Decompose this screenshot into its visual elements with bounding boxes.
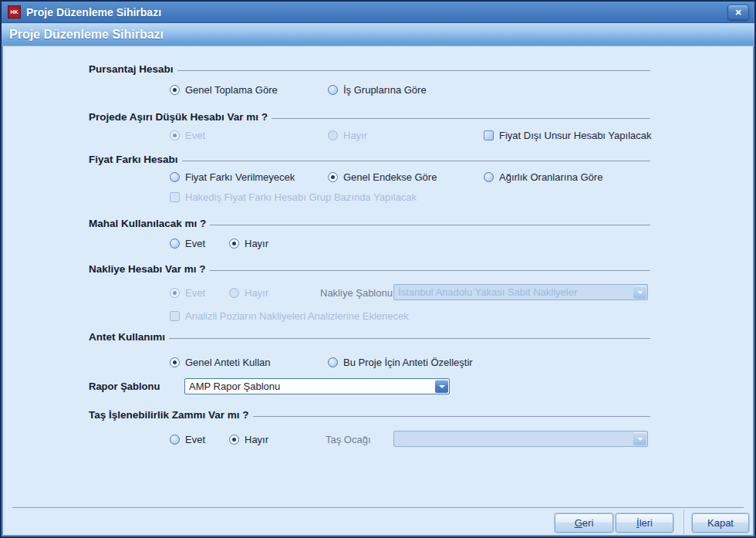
radio-asiri-hayir: Hayır	[328, 129, 367, 141]
tas-ocagi-label: Taş Ocağı	[326, 434, 371, 445]
section-rule	[253, 409, 650, 417]
radio-nakliye-hayir: Hayır	[229, 284, 268, 301]
nakliye-sablonu-label-wrap: Nakliye Şablonu	[320, 284, 393, 301]
radio-label: Genel Endekse Göre	[343, 171, 437, 183]
radio-asiri-evet: Evet	[170, 129, 205, 141]
nakliye-sablonu-label: Nakliye Şablonu	[320, 287, 393, 299]
section-fiyat-farki-title: Fiyat Farkı Hesabı	[89, 154, 650, 166]
checkbox-analizli-pozlar: Analizli Pozların Nakliyeleri Analizleri…	[170, 310, 409, 322]
nakliye-options-row: Evet Hayır Nakliye Şablonu İstanbul Anad…	[2, 284, 754, 301]
radio-mahal-evet[interactable]: Evet	[170, 237, 205, 249]
radio-icon	[328, 357, 338, 367]
rapor-sablonu-select[interactable]: AMP Rapor Şablonu	[184, 378, 450, 394]
radio-agirlik-oranlarina-gore[interactable]: Ağırlık Oranlarına Göre	[484, 171, 602, 183]
checkbox-label: Analizli Pozların Nakliyeleri Analizleri…	[185, 310, 409, 322]
chevron-down-icon	[633, 432, 646, 445]
radio-genel-anteti-kullan[interactable]: Genel Anteti Kullan	[170, 356, 271, 368]
tas-ocagi-label-wrap: Taş Ocağı	[326, 431, 371, 448]
window-title: Proje Düzenleme Sihirbazı	[26, 6, 161, 19]
section-pursantaj-title: Pursantaj Hesabı	[89, 63, 650, 76]
pursantaj-options-row: Genel Toplama Göre İş Gruplarına Göre	[2, 83, 754, 96]
radio-selected-icon	[170, 130, 180, 140]
radio-tas-hayir[interactable]: Hayır	[229, 431, 268, 448]
checkbox-hakedis-grup-bazinda: Hakediş Fiyat Farkı Hesabı Grup Bazında …	[170, 191, 417, 203]
radio-label: Evet	[185, 238, 205, 249]
nakliye-checkbox-row: Analizli Pozların Nakliyeleri Analizleri…	[2, 310, 754, 322]
section-label: Mahal Kullanılacak mı ?	[89, 218, 206, 229]
radio-label: Evet	[185, 287, 205, 299]
titlebar: HK Proje Düzenleme Sihirbazı ✕	[2, 2, 754, 23]
nakliye-sablonu-value: İstanbul Anadolu Yakası Sabit Nakliyeler	[398, 286, 577, 298]
tas-options-row: Evet Hayır Taş Ocağı	[2, 431, 754, 448]
tas-ocagi-select	[393, 431, 648, 447]
section-rule	[169, 331, 650, 339]
section-label: Fiyat Farkı Hesabı	[89, 154, 178, 165]
section-mahal-title: Mahal Kullanılacak mı ?	[89, 218, 650, 230]
radio-nakliye-evet: Evet	[170, 284, 205, 301]
checkbox-label: Hakediş Fiyat Farkı Hesabı Grup Bazında …	[185, 191, 417, 203]
antet-options-row: Genel Anteti Kullan Bu Proje İçin Anteti…	[2, 356, 754, 368]
page-title: Proje Düzenleme Sihirbazı	[9, 28, 164, 42]
radio-icon	[328, 130, 338, 140]
radio-anteti-ozellestir[interactable]: Bu Proje İçin Anteti Özelleştir	[328, 356, 473, 368]
section-label: Antet Kullanımı	[89, 331, 165, 343]
radio-icon	[170, 172, 180, 182]
radio-mahal-hayir[interactable]: Hayır	[229, 237, 268, 249]
radio-selected-icon	[170, 357, 180, 367]
rapor-sablonu-label: Rapor Şablonu	[89, 378, 160, 395]
chevron-down-icon	[435, 380, 448, 393]
footer-separator	[12, 507, 744, 508]
chevron-down-icon	[633, 286, 646, 299]
close-icon[interactable]: ✕	[727, 5, 749, 20]
radio-label: Ağırlık Oranlarına Göre	[499, 171, 602, 183]
checkbox-label: Fiyat Dışı Unsur Hesabı Yapılacak	[499, 130, 652, 141]
rapor-sablonu-row: Rapor Şablonu AMP Rapor Şablonu	[2, 378, 754, 395]
radio-genel-endekse-gore[interactable]: Genel Endekse Göre	[328, 171, 437, 183]
section-rule	[210, 263, 650, 271]
page-header: Proje Düzenleme Sihirbazı	[2, 23, 754, 46]
checkbox-icon	[170, 192, 180, 202]
section-rule	[210, 218, 650, 225]
section-asiri-dusuk-title: Projede Aşırı Düşük Hesabı Var mı ?	[89, 111, 650, 124]
radio-selected-icon	[229, 239, 239, 249]
section-label: Nakliye Hesabı Var mı ?	[89, 263, 206, 275]
radio-label: Evet	[185, 130, 205, 141]
radio-label: Bu Proje İçin Anteti Özelleştir	[343, 357, 473, 368]
radio-fiyat-farki-verilmeyecek[interactable]: Fiyat Farkı Verilmeyecek	[170, 171, 295, 183]
radio-icon	[170, 435, 180, 445]
radio-is-gruplarina-gore[interactable]: İş Gruplarına Göre	[328, 83, 427, 96]
radio-genel-toplama-gore[interactable]: Genel Toplama Göre	[170, 83, 278, 96]
radio-label: Fiyat Farkı Verilmeyecek	[185, 171, 295, 183]
section-rule	[272, 111, 650, 119]
radio-icon	[229, 288, 239, 298]
section-label: Taş İşlenebilirlik Zammı Var mı ?	[89, 409, 249, 421]
section-nakliye-title: Nakliye Hesabı Var mı ?	[89, 263, 650, 276]
section-antet-title: Antet Kullanımı	[89, 331, 650, 343]
app-icon: HK	[8, 5, 21, 19]
rapor-sablonu-value: AMP Rapor Şablonu	[189, 381, 280, 392]
checkbox-icon	[484, 130, 494, 140]
radio-label: Genel Toplama Göre	[185, 84, 278, 96]
radio-label: Genel Anteti Kullan	[185, 357, 271, 368]
next-button[interactable]: İleri	[616, 513, 673, 533]
radio-selected-icon	[170, 288, 180, 298]
next-button-rest: leri	[640, 517, 653, 529]
radio-selected-icon	[229, 435, 239, 445]
section-rule	[177, 63, 650, 71]
section-rule	[182, 154, 650, 161]
radio-selected-icon	[328, 172, 338, 182]
back-button[interactable]: Geri	[555, 513, 613, 533]
section-label: Pursantaj Hesabı	[89, 63, 174, 75]
close-dialog-label: Kapat	[707, 517, 734, 529]
radio-icon	[328, 85, 338, 95]
radio-selected-icon	[170, 85, 180, 95]
radio-label: Hayır	[245, 287, 268, 299]
checkbox-icon	[170, 311, 180, 321]
radio-tas-evet[interactable]: Evet	[170, 431, 205, 448]
footer-divider	[683, 509, 684, 534]
checkbox-fiyat-disi-unsur[interactable]: Fiyat Dışı Unsur Hesabı Yapılacak	[484, 129, 652, 141]
wizard-window: HK Proje Düzenleme Sihirbazı ✕ Proje Düz…	[0, 0, 756, 538]
section-label: Projede Aşırı Düşük Hesabı Var mı ?	[89, 111, 268, 123]
close-dialog-button[interactable]: Kapat	[692, 513, 749, 533]
fiyat-farki-options-row: Fiyat Farkı Verilmeyecek Genel Endekse G…	[2, 171, 754, 183]
